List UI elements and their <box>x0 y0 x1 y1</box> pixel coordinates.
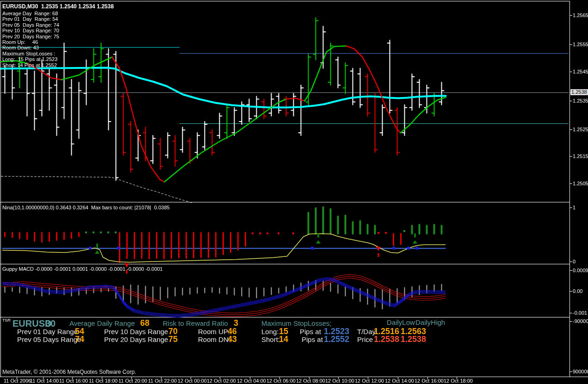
info-line: Room Up: 46 <box>2 39 38 45</box>
chart-title-ohlc: EURUSD,M30 1.2535 1.2540 1.2534 1.2538 <box>2 4 114 10</box>
tsr-price-high: 1.2538 <box>401 335 426 344</box>
nina-indicator-label: Nina(10,1.00000000,0) 0.3643 0.3264 Max … <box>2 205 170 210</box>
info-line: Prev 01 Day Range: 54 <box>2 16 58 22</box>
time-axis-label: 12 Oct 04:00 <box>237 378 266 384</box>
panel-divider-main-nina[interactable] <box>0 201 588 203</box>
tsr-prev05-value: 74 <box>75 335 84 344</box>
tsr-prev20-label: Prev 20 Days Range <box>104 336 168 344</box>
tsr-axis-label: -9000000 <box>573 318 588 324</box>
nina-indicator-panel[interactable] <box>0 203 569 264</box>
tsr-prev01-label: Prev 01 Day Range <box>17 328 78 336</box>
tsr-long-pips-label: Pips at <box>300 328 321 336</box>
tsr-prev20-value: 75 <box>168 335 178 344</box>
info-line: Prev 10 Days Range: 70 <box>2 28 59 33</box>
time-axis-label: 11 Oct 2006 <box>4 378 31 384</box>
guppy-axis-label: 0.0009 <box>573 268 588 273</box>
price-axis-label: 1.2545 <box>573 69 588 74</box>
time-axis-label: 12 Oct 14:00 <box>385 378 414 384</box>
tsr-tday-label: T/Day <box>357 328 376 336</box>
tsr-short-pips-label: Pips at <box>302 336 323 344</box>
time-axis-label: 11 Oct 20:00 <box>118 378 147 384</box>
time-axis-label: 12 Oct 10:00 <box>325 378 354 384</box>
info-line: Prev 20 Days Range: 75 <box>2 34 59 39</box>
price-axis-label: 1.2555 <box>573 42 588 47</box>
info-line: Long: 15 Pips at 1.2523 <box>2 56 57 62</box>
mt4-chart-window: EURUSD,M30 1.2535 1.2540 1.2534 1.2538 A… <box>0 0 588 384</box>
tsr-long-label: Long: <box>261 328 279 336</box>
price-axis-label: 1.2535 <box>573 98 588 104</box>
time-axis-label: 12 Oct 12:00 <box>355 378 384 384</box>
price-axis-label: 1.2565 <box>573 12 588 18</box>
nina-axis-label: 1 <box>573 205 576 210</box>
time-axis-label: 12 Oct 02:00 <box>207 378 236 384</box>
time-axis-label: 12 Oct 16:00 <box>415 378 444 384</box>
panel-divider-guppy-tsr[interactable] <box>0 317 588 318</box>
tsr-short-value: 14 <box>279 335 288 344</box>
tsr-prev05-label: Prev 05 Days Range <box>17 336 81 344</box>
time-axis-label: 11 Oct 18:00 <box>89 378 118 384</box>
price-axis-label: 1.2525 <box>573 127 588 132</box>
guppy-macd-panel[interactable] <box>0 265 569 317</box>
time-axis-label: 12 Oct 06:00 <box>266 378 296 384</box>
time-axis-label: 11 Oct 22:00 <box>148 378 177 384</box>
tsr-roomup-label: Room UP: <box>198 328 230 336</box>
guppy-axis-label: -0.001 <box>573 310 587 316</box>
nina-axis-label: 0 <box>573 259 576 264</box>
tsr-price-low: 1.2538 <box>374 335 399 344</box>
tsr-adr-value: 68 <box>140 319 149 328</box>
tsr-maxsl-label: Maximum StopLosses; <box>261 320 332 328</box>
info-line: Prev 05 Days Range: 74 <box>2 22 59 28</box>
info-line: Room Down: 43 <box>2 45 39 50</box>
tsr-timeframe: 30 <box>45 318 56 329</box>
tsr-dailylow-label: DailyLow <box>387 319 415 327</box>
time-axis-label: 12 Oct 00:00 <box>178 378 207 384</box>
tsr-axis-label: 90000000 <box>573 369 588 374</box>
price-axis-label: 1.2505 <box>573 181 588 186</box>
tsr-short-label: Short: <box>261 336 280 344</box>
time-axis-label: 12 Oct 08:00 <box>296 378 325 384</box>
tsr-short-price: 1.2552 <box>324 335 349 344</box>
guppy-indicator-label: Guppy MACD -0.0000 -0.0001 0.0001 -0.000… <box>2 266 163 272</box>
copyright-text: MetaTrader, © 2001-2006 MetaQuotes Softw… <box>2 369 136 375</box>
time-axis-label: 11 Oct 16:00 <box>59 378 88 384</box>
panel-divider-nina-guppy[interactable] <box>0 263 588 265</box>
current-price-badge: 1.2538 <box>570 89 588 95</box>
main-chart-panel[interactable] <box>0 0 569 202</box>
tsr-roomdn-label: Room DN: <box>198 336 230 344</box>
time-axis-label: 12 Oct 18:00 <box>444 378 473 384</box>
tsr-roomdn-value: 43 <box>228 335 237 344</box>
guppy-axis-label: 0.00 <box>573 288 582 294</box>
info-line: Maximum StopLosses : <box>2 51 55 56</box>
price-axis-label: 1.2515 <box>573 153 588 159</box>
tsr-price-label: Price <box>357 336 373 344</box>
tsr-dailyhigh-label: DailyHigh <box>415 319 445 327</box>
info-line: Average Day Range: 68 <box>2 11 58 16</box>
info-line: Short: 14 Pips at 1.2552 <box>2 62 57 68</box>
tsr-prev10-label: Prev 10 Days Range <box>104 328 168 336</box>
tsr-corner-label: TSR <box>2 318 11 323</box>
time-axis-label: 11 Oct 14:00 <box>30 378 59 384</box>
